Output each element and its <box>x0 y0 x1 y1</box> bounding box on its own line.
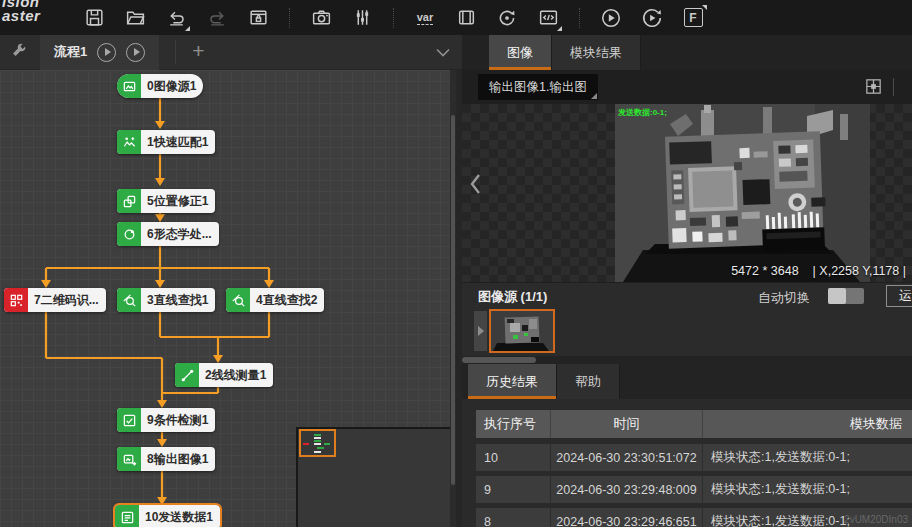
line-measure-icon <box>175 363 199 387</box>
minimap-viewport[interactable] <box>299 429 336 457</box>
run-flow-continuous-icon[interactable] <box>126 43 145 62</box>
tab-module-result[interactable]: 模块结果 <box>552 35 641 70</box>
format-icon[interactable]: F <box>681 6 705 30</box>
flow-canvas[interactable]: 0图像源1 1快速匹配1 5位置修正1 <box>0 70 456 527</box>
flow-node-line-find-2[interactable]: 4直线查找2 <box>226 288 324 312</box>
flow-node-fast-match[interactable]: 1快速匹配1 <box>117 130 215 154</box>
watermark-text: 2vUM20DIn03 <box>844 514 908 525</box>
save-icon[interactable] <box>82 6 106 30</box>
undo-dropdown-arrow[interactable] <box>185 26 190 31</box>
flow-node-position-correct[interactable]: 5位置修正1 <box>117 189 215 213</box>
table-header-row: 执行序号 时间 模块数据 <box>476 410 912 438</box>
image-viewer[interactable]: 发送数据:0-1; 5472 * 3648 | X,2258 Y,1178 | <box>462 104 912 282</box>
redo-icon[interactable] <box>205 6 229 30</box>
run-continuous-icon[interactable] <box>640 6 664 30</box>
toggle-knob <box>828 288 846 304</box>
thumbnail-expand-icon[interactable] <box>474 311 487 351</box>
script-code-icon[interactable] <box>536 6 560 30</box>
open-folder-icon[interactable] <box>123 6 147 30</box>
col-module-data: 模块数据 <box>702 410 912 438</box>
line-find-icon <box>117 288 141 312</box>
condition-check-icon <box>117 408 141 432</box>
wrench-icon[interactable] <box>10 41 28 63</box>
pcb-photo <box>615 104 870 282</box>
format-corner <box>702 5 707 10</box>
dropdown-fold-icon <box>591 93 597 99</box>
output-image-icon <box>117 447 141 471</box>
viewer-status: 5472 * 3648 | X,2258 Y,1178 | <box>731 264 906 278</box>
prev-image-icon[interactable] <box>468 172 482 200</box>
table-row[interactable]: 10 2024-06-30 23:30:51:072 模块状态:1,发送数据:0… <box>476 444 912 471</box>
fast-match-icon <box>117 130 141 154</box>
minimap[interactable] <box>296 427 456 527</box>
image-resolution: 5472 * 3648 <box>731 264 798 278</box>
flow-header: 流程1 + <box>0 35 462 70</box>
flow-node-qrcode[interactable]: 7二维码识... <box>4 288 106 312</box>
table-row[interactable]: 9 2024-06-30 23:29:48:009 模块状态:1,发送数据:0-… <box>476 476 912 503</box>
scrollbar-handle[interactable] <box>462 357 536 363</box>
top-toolbar: ision aster <box>0 0 912 35</box>
global-retry-icon[interactable] <box>495 6 519 30</box>
tab-history-result[interactable]: 历史结果 <box>468 364 557 399</box>
fit-view-icon[interactable] <box>864 77 883 100</box>
run-once-icon[interactable] <box>599 6 623 30</box>
camera-icon[interactable] <box>309 6 333 30</box>
send-data-icon <box>115 505 139 527</box>
flow-tab-label: 流程1 <box>54 43 87 61</box>
toolbar-separator <box>893 78 894 96</box>
tab-help[interactable]: 帮助 <box>557 364 620 399</box>
toolbar-separator <box>289 8 290 28</box>
tab-image[interactable]: 图像 <box>489 35 552 70</box>
add-flow-button[interactable]: + <box>175 40 204 64</box>
lock-window-icon[interactable] <box>246 6 270 30</box>
image-overlay-text: 发送数据:0-1; <box>618 107 667 118</box>
flow-node-output-image[interactable]: 8输出图像1 <box>117 447 215 471</box>
line-find-icon <box>226 288 250 312</box>
flow-node-send-data[interactable]: 10发送数据1 <box>115 505 220 527</box>
image-source-label: 图像源 (1/1) <box>478 288 547 306</box>
scrollbar-handle[interactable] <box>451 115 455 485</box>
flow-tab[interactable]: 流程1 <box>40 35 159 70</box>
image-source-bar: 图像源 (1/1) 自动切换 运行 <box>462 282 912 308</box>
flow-node-morphology[interactable]: 6形态学处... <box>117 222 219 246</box>
flow-node-image-source[interactable]: 0图像源1 <box>117 74 203 98</box>
logo-line2: aster <box>2 9 40 23</box>
image-source-icon <box>117 74 141 98</box>
image-source-dropdown[interactable]: 输出图像1.输出图 <box>478 74 598 100</box>
settings-sliders-icon[interactable] <box>350 6 374 30</box>
horizontal-scrollbar[interactable] <box>462 356 912 364</box>
position-correct-icon <box>117 189 141 213</box>
thumbnail-strip <box>462 308 912 356</box>
auto-switch-label: 自动切换 <box>758 289 810 307</box>
morphology-icon <box>117 222 141 246</box>
col-exec-index: 执行序号 <box>476 410 550 438</box>
flow-node-line-find-1[interactable]: 3直线查找1 <box>117 288 215 312</box>
app-window: ision aster <box>0 0 912 527</box>
image-thumbnail[interactable] <box>489 309 555 353</box>
variable-icon[interactable]: var <box>413 6 437 30</box>
undo-icon[interactable] <box>164 6 188 30</box>
app-logo: ision aster <box>2 0 40 23</box>
result-panel: 图像 模块结果 输出图像1.输出图 <box>462 35 912 527</box>
toolbar-separator <box>579 8 580 28</box>
flow-node-line-measure[interactable]: 2线线测量1 <box>175 363 273 387</box>
cursor-coordinates: | X,2258 Y,1178 | <box>813 264 906 278</box>
auto-switch-toggle[interactable] <box>828 288 864 304</box>
image-tabs: 图像 模块结果 <box>462 35 912 70</box>
col-time: 时间 <box>550 410 702 438</box>
io-module-icon[interactable] <box>454 6 478 30</box>
viewer-toolbar: 输出图像1.输出图 <box>462 70 912 104</box>
chevron-down-icon[interactable] <box>436 43 450 61</box>
qrcode-icon <box>4 288 28 312</box>
flow-node-condition-check[interactable]: 9条件检测1 <box>117 408 215 432</box>
toolbar-separator <box>393 8 394 28</box>
flow-panel: 流程1 + <box>0 35 462 527</box>
history-table: 执行序号 时间 模块数据 10 2024-06-30 23:30:51:072 … <box>476 410 912 527</box>
result-tabs: 历史结果 帮助 <box>462 364 912 399</box>
script-dropdown-arrow[interactable] <box>557 26 562 31</box>
canvas-vertical-scrollbar[interactable] <box>450 70 456 527</box>
run-button[interactable]: 运行 <box>886 285 912 307</box>
run-flow-once-icon[interactable] <box>97 43 116 62</box>
thumbnail-image <box>491 311 553 351</box>
